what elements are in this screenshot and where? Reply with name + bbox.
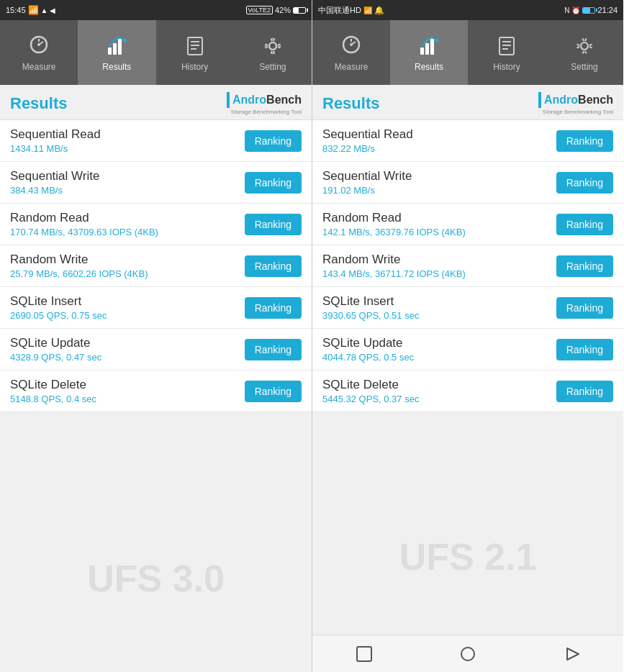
ranking-button[interactable]: Ranking bbox=[556, 214, 613, 235]
logo-sub-left: Storage Benchmarking Tool bbox=[231, 109, 302, 115]
bench-value: 25.79 MB/s, 6602.26 IOPS (4KB) bbox=[10, 268, 245, 279]
tab-results-left[interactable]: Results bbox=[78, 20, 155, 85]
recents-button-right[interactable] bbox=[560, 643, 583, 666]
bench-info: Sequential Read 832.22 MB/s bbox=[322, 127, 556, 154]
benchmark-list-right: Sequential Read 832.22 MB/s Ranking Sequ… bbox=[312, 120, 623, 635]
table-row: Random Read 142.1 MB/s, 36379.76 IOPS (4… bbox=[312, 204, 623, 245]
table-row: Random Read 170.74 MB/s, 43709.63 IOPS (… bbox=[0, 204, 312, 245]
bench-value: 2690.05 QPS, 0.75 sec bbox=[10, 310, 245, 321]
table-row: SQLite Delete 5445.32 QPS, 0.37 sec Rank… bbox=[312, 371, 623, 412]
bench-name: SQLite Update bbox=[322, 336, 556, 350]
bench-info: Random Read 142.1 MB/s, 36379.76 IOPS (4… bbox=[322, 211, 556, 237]
androbench-logo-left: AndroBench Storage Benchmarking Tool bbox=[227, 92, 302, 115]
signal-strength-right: 📶 bbox=[363, 6, 372, 14]
bench-value: 4328.9 QPS, 0.47 sec bbox=[10, 352, 245, 363]
ranking-button[interactable]: Ranking bbox=[556, 255, 613, 277]
ranking-button[interactable]: Ranking bbox=[556, 381, 613, 402]
setting-icon-left bbox=[260, 33, 286, 59]
ranking-button[interactable]: Ranking bbox=[245, 172, 302, 194]
logo-bar-left bbox=[227, 92, 230, 108]
tab-setting-right[interactable]: Setting bbox=[546, 20, 623, 85]
logo-top-left: AndroBench bbox=[227, 92, 302, 108]
tab-measure-right[interactable]: Measure bbox=[312, 20, 390, 85]
history-icon-left bbox=[182, 33, 208, 59]
bench-info: Sequential Read 1434.11 MB/s bbox=[10, 127, 245, 154]
home-button-right[interactable] bbox=[456, 643, 479, 666]
nav-tabs-left: Measure Results bbox=[0, 20, 312, 85]
svg-rect-20 bbox=[430, 39, 434, 55]
measure-icon-right bbox=[338, 33, 364, 59]
ranking-button[interactable]: Ranking bbox=[556, 339, 613, 360]
results-title-left: Results bbox=[10, 94, 67, 113]
svg-marker-29 bbox=[567, 648, 579, 660]
tab-measure-left[interactable]: Measure bbox=[0, 20, 78, 85]
status-bar-left-content: 15:45 📶 ▲ ◀ bbox=[6, 5, 55, 15]
tab-history-left[interactable]: History bbox=[156, 20, 234, 85]
table-row: Sequential Read 1434.11 MB/s Ranking bbox=[0, 120, 312, 162]
ranking-button[interactable]: Ranking bbox=[556, 297, 613, 319]
volte-badge: VoLTE2 bbox=[246, 6, 273, 14]
battery-fill-left bbox=[294, 8, 299, 13]
status-bar-right-left-content: 中国联通HD 📶 🔔 bbox=[318, 5, 384, 16]
history-icon-right bbox=[494, 33, 520, 59]
svg-rect-5 bbox=[113, 43, 117, 55]
bench-info: SQLite Delete 5445.32 QPS, 0.37 sec bbox=[322, 378, 556, 404]
table-row: SQLite Delete 5148.8 QPS, 0.4 sec Rankin… bbox=[0, 371, 312, 412]
results-label-right: Results bbox=[415, 62, 443, 72]
bench-info: SQLite Delete 5148.8 QPS, 0.4 sec bbox=[10, 378, 245, 404]
status-bar-right-right-content: N ⏰ 21:24 bbox=[564, 6, 618, 14]
bench-name: SQLite Insert bbox=[10, 294, 245, 309]
wifi-icon-right: 🔔 bbox=[374, 6, 384, 15]
bench-name: Random Read bbox=[10, 211, 245, 225]
history-label-left: History bbox=[181, 62, 208, 72]
table-row: SQLite Insert 2690.05 QPS, 0.75 sec Rank… bbox=[0, 287, 312, 329]
svg-rect-18 bbox=[420, 47, 424, 55]
bench-info: Sequential Write 191.02 MB/s bbox=[322, 169, 556, 196]
bench-name: SQLite Update bbox=[10, 336, 245, 350]
left-phone-panel: 15:45 📶 ▲ ◀ VoLTE2 42% Measure bbox=[0, 0, 312, 672]
time-right: 21:24 bbox=[597, 6, 618, 14]
bench-value: 5148.8 QPS, 0.4 sec bbox=[10, 394, 245, 404]
ranking-button[interactable]: Ranking bbox=[245, 214, 302, 235]
tab-setting-left[interactable]: Setting bbox=[234, 20, 312, 85]
history-label-right: History bbox=[493, 62, 520, 72]
ranking-button[interactable]: Ranking bbox=[245, 255, 302, 277]
ranking-button[interactable]: Ranking bbox=[245, 130, 302, 152]
bench-info: SQLite Insert 3930.65 QPS, 0.51 sec bbox=[322, 294, 556, 321]
ranking-button[interactable]: Ranking bbox=[245, 339, 302, 360]
nav-tabs-right: Measure Results bbox=[312, 20, 623, 85]
bottom-nav-right bbox=[312, 635, 623, 672]
carrier-right: 中国联通HD bbox=[318, 5, 361, 16]
signal-icons: ▲ ◀ bbox=[41, 6, 56, 14]
results-header-right: Results AndroBench Storage Benchmarking … bbox=[312, 85, 623, 120]
time-left: 15:45 bbox=[6, 6, 26, 14]
tab-results-right[interactable]: Results bbox=[390, 20, 468, 85]
bench-name: Sequential Read bbox=[10, 127, 245, 142]
bench-value: 3930.65 QPS, 0.51 sec bbox=[322, 310, 556, 321]
svg-point-17 bbox=[350, 43, 353, 46]
svg-point-21 bbox=[435, 39, 439, 42]
ranking-button[interactable]: Ranking bbox=[245, 297, 302, 319]
ranking-button[interactable]: Ranking bbox=[556, 130, 613, 152]
bench-name: Sequential Write bbox=[10, 169, 245, 183]
bench-info: Random Write 25.79 MB/s, 6602.26 IOPS (4… bbox=[10, 253, 245, 279]
bench-name: Sequential Write bbox=[322, 169, 556, 183]
logo-text-right: AndroBench bbox=[544, 94, 613, 106]
content-area-right: Results AndroBench Storage Benchmarking … bbox=[312, 85, 623, 635]
svg-point-26 bbox=[581, 42, 588, 50]
ranking-button[interactable]: Ranking bbox=[556, 172, 613, 194]
ranking-button[interactable]: Ranking bbox=[245, 381, 302, 402]
results-header-left: Results AndroBench Storage Benchmarking … bbox=[0, 85, 312, 120]
bench-value: 1434.11 MB/s bbox=[10, 143, 245, 154]
results-icon-right bbox=[416, 33, 442, 59]
svg-rect-27 bbox=[357, 647, 371, 661]
tab-history-right[interactable]: History bbox=[468, 20, 546, 85]
back-button-right[interactable] bbox=[353, 643, 376, 666]
right-phone-panel: 中国联通HD 📶 🔔 N ⏰ 21:24 Measure bbox=[312, 0, 623, 672]
logo-sub-right: Storage Benchmarking Tool bbox=[543, 109, 613, 115]
setting-label-left: Setting bbox=[259, 62, 286, 72]
bench-name: Random Read bbox=[322, 211, 556, 225]
content-area-left: Results AndroBench Storage Benchmarking … bbox=[0, 85, 312, 672]
logo-text-left: AndroBench bbox=[232, 94, 302, 106]
nfc-icon-right: N bbox=[564, 6, 569, 14]
